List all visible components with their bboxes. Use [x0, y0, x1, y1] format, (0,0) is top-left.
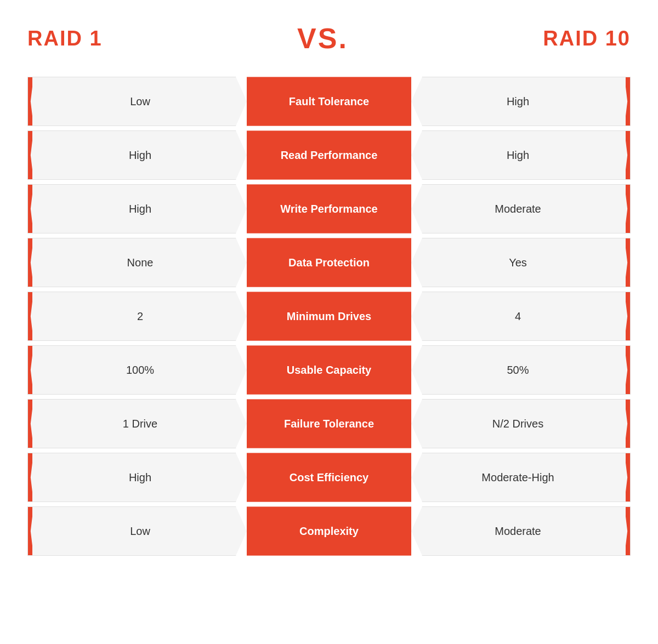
- raid1-title: RAID 1: [27, 27, 103, 50]
- raid1-value: 2: [27, 292, 247, 341]
- table-row: NoneData ProtectionYes: [27, 238, 631, 287]
- raid10-value: N/2 Drives: [411, 399, 631, 448]
- raid10-value: Moderate: [411, 184, 631, 233]
- category-label: Cost Efficiency: [247, 453, 411, 502]
- category-label: Fault Tolerance: [247, 77, 411, 126]
- category-label: Write Performance: [247, 184, 411, 233]
- table-row: HighRead PerformanceHigh: [27, 130, 631, 180]
- raid1-value: Low: [27, 77, 247, 126]
- table-row: 1 DriveFailure ToleranceN/2 Drives: [27, 399, 631, 448]
- category-label: Data Protection: [247, 238, 411, 287]
- category-label: Read Performance: [247, 130, 411, 180]
- raid1-value: High: [27, 184, 247, 233]
- raid1-value: Low: [27, 506, 247, 556]
- category-label: Minimum Drives: [247, 292, 411, 341]
- vs-label: VS.: [297, 22, 348, 55]
- table-row: HighWrite PerformanceModerate: [27, 184, 631, 233]
- raid1-value: High: [27, 453, 247, 502]
- table-row: HighCost EfficiencyModerate-High: [27, 453, 631, 502]
- category-label: Complexity: [247, 506, 411, 556]
- table-row: 2Minimum Drives4: [27, 292, 631, 341]
- comparison-table: LowFault ToleranceHighHighRead Performan…: [27, 77, 631, 556]
- raid10-title: RAID 10: [543, 27, 631, 50]
- raid10-value: High: [411, 130, 631, 180]
- raid1-value: 1 Drive: [27, 399, 247, 448]
- raid10-value: 4: [411, 292, 631, 341]
- raid1-value: 100%: [27, 345, 247, 395]
- raid10-value: High: [411, 77, 631, 126]
- category-label: Usable Capacity: [247, 345, 411, 395]
- raid10-value: Moderate: [411, 506, 631, 556]
- raid1-value: None: [27, 238, 247, 287]
- category-label: Failure Tolerance: [247, 399, 411, 448]
- raid10-value: Moderate-High: [411, 453, 631, 502]
- raid10-value: Yes: [411, 238, 631, 287]
- table-row: LowComplexityModerate: [27, 506, 631, 556]
- page-header: RAID 1 VS. RAID 10: [27, 22, 631, 55]
- table-row: LowFault ToleranceHigh: [27, 77, 631, 126]
- raid1-value: High: [27, 130, 247, 180]
- raid10-value: 50%: [411, 345, 631, 395]
- table-row: 100%Usable Capacity50%: [27, 345, 631, 395]
